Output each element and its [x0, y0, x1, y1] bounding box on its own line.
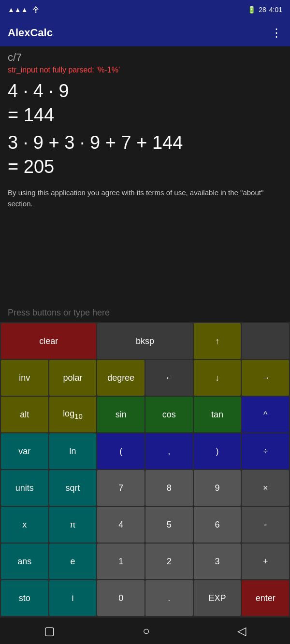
status-right: 🔋 28 4:01 [247, 6, 282, 14]
div-button[interactable]: ÷ [242, 433, 289, 469]
exp-button[interactable]: EXP [194, 580, 241, 616]
sin-button[interactable]: sin [97, 397, 145, 432]
eight-button[interactable]: 8 [145, 470, 193, 506]
ln-button[interactable]: ln [49, 433, 97, 469]
pi-button[interactable]: π [49, 507, 97, 543]
right-button[interactable]: → [242, 360, 289, 396]
var-button[interactable]: var [1, 433, 48, 469]
result2: = 205 [8, 156, 282, 178]
one-button[interactable]: 1 [97, 544, 145, 579]
status-left: ▲▲▲ [8, 5, 41, 14]
ans-button[interactable]: ans [1, 544, 48, 579]
x-button[interactable]: x [1, 507, 48, 543]
log10-label: log10 [63, 409, 83, 420]
cos-button[interactable]: cos [145, 397, 193, 432]
input-container [0, 301, 290, 322]
more-menu-icon[interactable]: ⋮ [271, 26, 282, 40]
enter-button[interactable]: enter [242, 580, 289, 616]
six-button[interactable]: 6 [194, 507, 241, 543]
bottom-nav: ▢ ○ ◁ [0, 617, 290, 644]
wifi-icon [31, 5, 41, 14]
display-area: c/7 str_input not fully parsed: '%-1%' 4… [0, 46, 290, 301]
terms-of-use: By using this application you agree with… [8, 187, 282, 209]
home-icon[interactable]: ○ [143, 624, 150, 638]
tan-button[interactable]: tan [194, 397, 241, 432]
expression-input[interactable] [8, 304, 282, 322]
top-bar: AlexCalc ⋮ [0, 19, 290, 46]
degree-button[interactable]: degree [97, 360, 145, 396]
up-button[interactable]: ↑ [194, 323, 241, 359]
rparen-button[interactable]: ) [194, 433, 241, 469]
app-title: AlexCalc [8, 27, 53, 39]
keyboard: clear bksp ↑ inv polar degree ← ↓ → alt … [0, 322, 290, 617]
prev-expression: c/7 [8, 51, 282, 64]
units-button[interactable]: units [1, 470, 48, 506]
error-text: str_input not fully parsed: '%-1%' [8, 66, 282, 74]
empty-key [242, 323, 289, 359]
lparen-button[interactable]: ( [97, 433, 145, 469]
log10-button[interactable]: log10 [49, 397, 97, 432]
inv-button[interactable]: inv [1, 360, 48, 396]
recents-icon[interactable]: ▢ [44, 624, 55, 638]
battery-level: 28 [259, 6, 266, 14]
down-button[interactable]: ↓ [194, 360, 241, 396]
back-icon[interactable]: ◁ [237, 624, 246, 638]
status-bar: ▲▲▲ 🔋 28 4:01 [0, 0, 290, 19]
comma-button[interactable]: , [145, 433, 193, 469]
i-button[interactable]: i [49, 580, 97, 616]
sqrt-button[interactable]: sqrt [49, 470, 97, 506]
time-display: 4:01 [269, 6, 282, 14]
zero-button[interactable]: 0 [97, 580, 145, 616]
expression1: 4 · 4 · 9 [8, 80, 282, 102]
seven-button[interactable]: 7 [97, 470, 145, 506]
power-button[interactable]: ^ [242, 397, 289, 432]
polar-button[interactable]: polar [49, 360, 97, 396]
clear-button[interactable]: clear [1, 323, 96, 359]
expression2: 3 · 9 + 3 · 9 + 7 + 144 [8, 132, 282, 154]
left-button[interactable]: ← [145, 360, 193, 396]
backspace-button[interactable]: bksp [97, 323, 192, 359]
multiply-button[interactable]: × [242, 470, 289, 506]
three-button[interactable]: 3 [194, 544, 241, 579]
dot-button[interactable]: . [145, 580, 193, 616]
result1: = 144 [8, 104, 282, 127]
e-button[interactable]: e [49, 544, 97, 579]
battery-icon: 🔋 [247, 6, 256, 14]
nine-button[interactable]: 9 [194, 470, 241, 506]
two-button[interactable]: 2 [145, 544, 193, 579]
plus-button[interactable]: + [242, 544, 289, 579]
signal-icon: ▲▲▲ [8, 6, 28, 14]
alt-button[interactable]: alt [1, 397, 48, 432]
five-button[interactable]: 5 [145, 507, 193, 543]
sto-button[interactable]: sto [1, 580, 48, 616]
four-button[interactable]: 4 [97, 507, 145, 543]
minus-button[interactable]: - [242, 507, 289, 543]
